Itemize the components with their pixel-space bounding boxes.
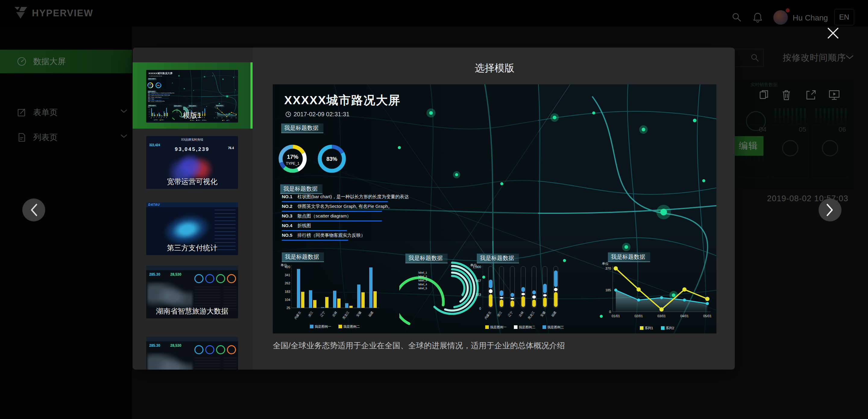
svg-text:福建: 福建 [551, 311, 557, 318]
rank-no: NO.3 [148, 97, 150, 98]
svg-text:单位: 单位 [602, 262, 609, 265]
clock-icon [285, 111, 291, 117]
svg-text:0: 0 [479, 307, 481, 310]
ring-chart [205, 345, 214, 354]
ring-chart [216, 274, 225, 283]
svg-text:我是图例二: 我是图例二 [519, 325, 535, 329]
svg-text:辽宁: 辽宁 [319, 311, 326, 318]
rank-no: NO.4 [282, 223, 292, 228]
rank-underline [282, 230, 347, 231]
rank-no: NO.5 [282, 232, 292, 238]
thumb-brand: DATAU [148, 203, 160, 206]
template-label: 湖南省智慧旅游大数据 [146, 307, 238, 316]
svg-text:label_1: label_1 [418, 271, 427, 274]
svg-text:1,000: 1,000 [188, 107, 190, 108]
svg-text:黑龙江: 黑龙江 [342, 311, 350, 320]
rank-text: 折线图 [151, 98, 154, 100]
rank-underline [282, 221, 382, 221]
rank-text: 排行榜（同类事物客观实力反映） [298, 232, 365, 238]
rank-no: NO.2 [148, 95, 150, 96]
template-preview-image: XXXXX城市路况大屏 2017-02-09 02:31:31 我是标题数据 我… [273, 84, 716, 333]
preview-timestamp: 2017-02-09 02:31:31 [293, 111, 350, 118]
svg-text:辽宁: 辽宁 [507, 311, 513, 318]
carousel-prev-button[interactable] [22, 198, 45, 221]
svg-text:03/01: 03/01 [657, 314, 666, 318]
svg-text:label_4: label_4 [418, 283, 427, 286]
rank-no: NO.3 [282, 213, 292, 218]
thumb-header-bar [146, 202, 238, 207]
thumb-stat: 285.30 [149, 272, 160, 277]
donut-value: 83% [317, 156, 347, 162]
table-graphic [223, 358, 237, 369]
rank-underline [148, 100, 161, 100]
svg-text:104: 104 [285, 298, 290, 301]
table-graphic [194, 358, 221, 369]
svg-text:吉林: 吉林 [332, 311, 338, 318]
app-root: HYPERVIEW Hu Chang EN 数据大屏 [0, 0, 868, 419]
svg-text:内蒙古: 内蒙古 [293, 311, 301, 320]
template-thumbnail-5[interactable]: 285.30 28,530 [146, 337, 238, 369]
chevron-right-icon [826, 203, 835, 217]
svg-text:1,000: 1,000 [472, 265, 481, 269]
template-description: 全国/全球业务态势适用于企业在全国、全球的进展情况，适用于企业的总体概况介绍 [273, 341, 716, 351]
rank-underline [282, 211, 382, 212]
line-chart: 单位370185001/0102/0103/0104/0105/01系列1系列2 [598, 260, 714, 333]
thumb-header-bar [146, 337, 238, 341]
rank-text: 折线图 [298, 223, 311, 229]
ring-chart [227, 274, 236, 283]
chevron-left-icon [29, 203, 38, 217]
rank-no: NO.2 [282, 204, 292, 209]
carousel-next-button[interactable] [818, 198, 841, 221]
svg-text:label_5: label_5 [418, 287, 427, 290]
rank-no: NO.1 [282, 194, 292, 199]
grouped-bar-chart: 单位42034126218310425内蒙古浙江辽宁吉林黑龙江安徽福建我是图例一… [278, 263, 382, 332]
preview-timestamp-row: 2017-02-09 02:31:31 [149, 75, 162, 77]
rank-text: 散点图（scatter diagram） [151, 97, 162, 98]
ring-chart [205, 274, 214, 283]
thumb-stat: 28,530 [170, 272, 181, 277]
rank-text: 柱状图(bar chart)，是一种以长方形的长度为变量的表达 [298, 194, 409, 200]
template-thumbnail-4[interactable]: 285.30 28,530 湖南省智慧旅游大数据 [146, 266, 238, 318]
rank-underline [148, 102, 162, 102]
svg-text:系列1: 系列1 [645, 326, 653, 330]
svg-text:04/01: 04/01 [680, 314, 689, 318]
svg-text:0: 0 [609, 310, 611, 314]
rank-underline [282, 240, 348, 241]
ring-chart [194, 274, 204, 283]
template-list: XXXXX城市路况大屏 2017-02-09 02:31:31 我是标题数据 我… [133, 47, 253, 369]
rank-text: 柱状图(bar chart)，是一种以长方形的长度为变量的表达 [151, 93, 174, 94]
thumb-big-number: 93,045,239 [146, 147, 238, 153]
selected-indicator [250, 62, 253, 129]
donut-value: 83% [155, 85, 161, 86]
donut-value: 17% [147, 84, 153, 86]
donut-label: TYPE_1 [147, 86, 153, 87]
svg-text:福建: 福建 [368, 311, 374, 318]
template-thumbnail-3[interactable]: DATAU 第三方支付统计 [146, 202, 238, 255]
template-thumbnail-1[interactable]: XXXXX城市路况大屏 2017-02-09 02:31:31 我是标题数据 我… [146, 70, 238, 123]
svg-text:262: 262 [285, 281, 290, 285]
svg-text:安徽: 安徽 [355, 311, 362, 318]
thumb-stat: 76.4 [228, 147, 234, 150]
svg-text:420: 420 [149, 107, 150, 108]
preview-timestamp-row: 2017-02-09 02:31:31 [285, 111, 350, 118]
svg-text:183: 183 [285, 290, 290, 293]
template-thumbnail-2[interactable]: XX品牌实时舆情 322,424 93,045,239 76.4 宽带运营可视化 [146, 136, 238, 189]
rank-no: NO.5 [148, 101, 150, 102]
svg-text:370: 370 [215, 107, 217, 108]
svg-text:我是图例一: 我是图例一 [490, 325, 507, 329]
donut-value: 17% [278, 154, 308, 160]
rank-text: 排行榜（同类事物客观实力反映） [151, 101, 165, 102]
svg-text:内蒙古: 内蒙古 [484, 311, 492, 320]
close-icon[interactable] [827, 27, 840, 40]
clock-icon [149, 75, 150, 77]
preview-dashboard-title: XXXXX城市路况大屏 [149, 71, 173, 75]
rank-no: NO.1 [148, 93, 150, 94]
svg-text:系列2: 系列2 [666, 326, 674, 330]
svg-text:我是图例三: 我是图例三 [547, 325, 564, 329]
thumb-heading: XX品牌实时舆情 [146, 138, 238, 142]
rank-underline [282, 201, 388, 202]
preview-dashboard-title: XXXXX城市路况大屏 [284, 92, 401, 108]
preview-timestamp: 2017-02-09 02:31:31 [150, 75, 162, 77]
thumb-stat: 285.30 [149, 344, 160, 348]
svg-text:370: 370 [606, 266, 611, 270]
